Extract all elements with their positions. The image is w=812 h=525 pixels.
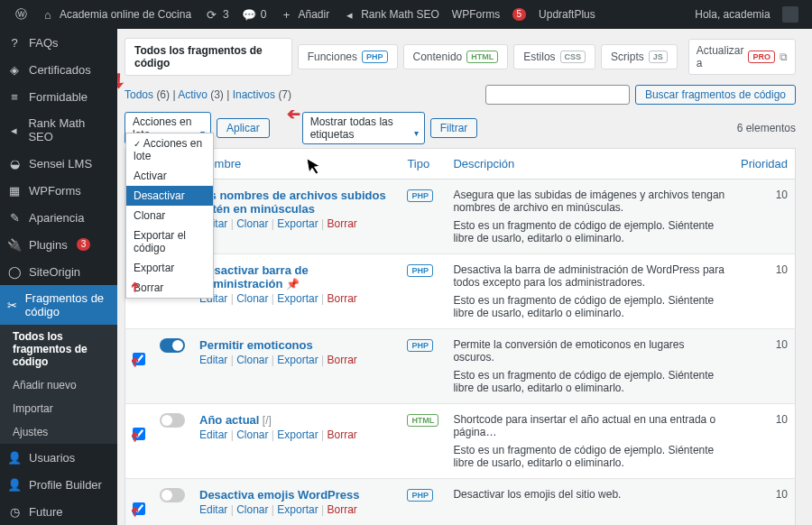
- sidebar-item-plugins[interactable]: 🔌Plugins3: [0, 231, 117, 258]
- bulk-action-select[interactable]: Acciones en lote Acciones en loteActivar…: [125, 112, 211, 144]
- comment-icon: 💬: [242, 7, 256, 22]
- enable-toggle[interactable]: [160, 338, 185, 353]
- main-content: ➘ ➔ ➔ Todos los fragmentos de código Fun…: [117, 29, 812, 525]
- export-link[interactable]: Exportar: [277, 217, 318, 230]
- bulk-option[interactable]: Exportar el código: [126, 226, 213, 258]
- sidebar-item-wpforms[interactable]: ▦WPForms: [0, 177, 117, 204]
- export-link[interactable]: Exportar: [277, 428, 318, 441]
- bulk-option[interactable]: Exportar: [126, 258, 213, 278]
- bulk-action-dropdown: Acciones en loteActivarDesactivarClonarE…: [125, 133, 214, 299]
- filter-all[interactable]: Todos: [125, 88, 153, 101]
- bulk-option[interactable]: Activar: [126, 166, 213, 186]
- menu-icon: 👤: [7, 450, 22, 465]
- col-type[interactable]: Tipo: [400, 149, 446, 180]
- sidebar-item-rank-math-seo[interactable]: ◂Rank Math SEO: [0, 110, 117, 150]
- clone-link[interactable]: Clonar: [236, 217, 268, 230]
- filter-inactive[interactable]: Inactivos: [233, 88, 275, 101]
- row-actions: Editar | Clonar | Exportar | Borrar: [199, 292, 392, 305]
- edit-link[interactable]: Editar: [199, 354, 227, 366]
- search-box: Buscar fragmentos de código: [485, 85, 796, 105]
- submenu-item[interactable]: Importar: [0, 397, 117, 420]
- table-row: ➔ Año actual [/] Editar | Clonar | Expor…: [125, 404, 796, 479]
- delete-link[interactable]: Borrar: [327, 503, 356, 516]
- priority-value: 10: [733, 254, 796, 329]
- snippet-title[interactable]: Desactiva emojis WordPress: [199, 488, 360, 502]
- filter-links: Todos (6) | Activo (3) | Inactivos (7): [125, 88, 291, 101]
- updates[interactable]: ⟳3: [198, 0, 235, 29]
- rankmath-bar[interactable]: ◂Rank Math SEO: [336, 0, 446, 29]
- tab-scripts[interactable]: ScriptsJS: [601, 44, 678, 69]
- export-link[interactable]: Exportar: [277, 503, 318, 516]
- col-priority[interactable]: Prioridad: [733, 149, 796, 180]
- sidebar-item-faqs[interactable]: ?FAQs: [0, 29, 117, 56]
- apply-button[interactable]: Aplicar: [217, 118, 270, 138]
- search-button[interactable]: Buscar fragmentos de código: [635, 85, 796, 105]
- filter-active[interactable]: Activo: [178, 88, 208, 101]
- snippet-desc: Shortcode para insertar el año actual en…: [453, 413, 724, 438]
- edit-link[interactable]: Editar: [199, 503, 227, 516]
- search-input[interactable]: [485, 85, 630, 105]
- bulk-option[interactable]: Acciones en lote: [126, 134, 213, 166]
- bulk-option[interactable]: Clonar: [126, 206, 213, 226]
- annotation-arrow-icon: ➔: [127, 431, 142, 442]
- filter-button[interactable]: Filtrar: [430, 118, 478, 138]
- items-count: 6 elementos: [737, 122, 796, 134]
- delete-link[interactable]: Borrar: [327, 354, 356, 366]
- edit-link[interactable]: Editar: [199, 428, 227, 441]
- table-row: ➔ Desactivar barra de administración 📌 E…: [125, 254, 796, 329]
- my-account[interactable]: Hola, academia: [688, 0, 805, 29]
- sidebar-item-fragmentos-de-c-digo[interactable]: ✂Fragmentos de código: [0, 285, 117, 325]
- sidebar-item-usuarios[interactable]: 👤Usuarios: [0, 444, 117, 471]
- updraft-bar[interactable]: UpdraftPlus: [532, 0, 602, 29]
- sidebar-item-profile-builder[interactable]: 👤Profile Builder: [0, 471, 117, 498]
- clone-link[interactable]: Clonar: [236, 503, 268, 516]
- sidebar-item-certificados[interactable]: ◈Certificados: [0, 56, 117, 83]
- col-name[interactable]: Nombre: [192, 149, 400, 180]
- clone-link[interactable]: Clonar: [236, 428, 268, 441]
- sidebar-item-formidable[interactable]: ≡Formidable: [0, 83, 117, 110]
- row-actions: Editar | Clonar | Exportar | Borrar: [199, 428, 392, 441]
- tab-styles[interactable]: EstilosCSS: [513, 44, 595, 69]
- export-link[interactable]: Exportar: [277, 292, 318, 305]
- submenu-item[interactable]: Todos los fragmentos de código: [0, 325, 117, 373]
- clone-link[interactable]: Clonar: [236, 354, 268, 366]
- export-link[interactable]: Exportar: [277, 354, 318, 366]
- tab-content[interactable]: ContenidoHTML: [403, 44, 509, 69]
- site-home[interactable]: ⌂Academia online de Cocina: [34, 0, 198, 29]
- snippet-title[interactable]: Permitir emoticonos: [199, 338, 313, 352]
- delete-link[interactable]: Borrar: [327, 292, 356, 305]
- pin-icon: 📌: [286, 278, 300, 290]
- menu-icon: ◷: [7, 504, 22, 519]
- delete-link[interactable]: Borrar: [327, 428, 356, 441]
- tag-filter-select[interactable]: Mostrar todas las etiquetas: [302, 112, 425, 144]
- sidebar-item-sensei-lms[interactable]: ◒Sensei LMS: [0, 150, 117, 177]
- enable-toggle[interactable]: [160, 488, 185, 502]
- snippet-title[interactable]: Año actual: [199, 413, 259, 427]
- bulk-option[interactable]: Desactivar: [126, 186, 213, 206]
- sidebar-item-future[interactable]: ◷Future: [0, 498, 117, 525]
- enable-toggle[interactable]: [160, 413, 185, 428]
- col-desc[interactable]: Descripción: [446, 149, 732, 180]
- menu-icon: ▦: [7, 183, 22, 198]
- delete-link[interactable]: Borrar: [327, 217, 356, 230]
- clone-link[interactable]: Clonar: [236, 292, 268, 305]
- wp-logo[interactable]: ⓦ: [7, 0, 34, 29]
- tab-all[interactable]: Todos los fragmentos de código: [125, 38, 292, 76]
- menu-icon: ✎: [7, 210, 22, 225]
- new-content[interactable]: +Añadir: [272, 0, 336, 29]
- upgrade-pro-button[interactable]: Actualizar aPRO⧉: [688, 39, 796, 75]
- snippet-title[interactable]: los nombres de archivos subidos estén en…: [199, 189, 386, 216]
- tab-functions[interactable]: FuncionesPHP: [298, 44, 398, 69]
- wpforms-bar[interactable]: WPForms 5: [446, 0, 532, 29]
- submenu-item[interactable]: Ajustes: [0, 420, 117, 444]
- comments[interactable]: 💬0: [235, 0, 273, 29]
- home-icon: ⌂: [41, 7, 55, 22]
- menu-icon: ◂: [7, 123, 21, 137]
- row-actions: Editar | Clonar | Exportar | Borrar: [199, 217, 392, 230]
- snippets-table: Nombre Tipo Descripción Prioridad los no…: [125, 148, 796, 525]
- comments-count: 0: [261, 8, 267, 21]
- sidebar-item-apariencia[interactable]: ✎Apariencia: [0, 204, 117, 231]
- submenu-item[interactable]: Añadir nuevo: [0, 373, 117, 397]
- row-actions: Editar | Clonar | Exportar | Borrar: [199, 354, 392, 366]
- sidebar-item-siteorigin[interactable]: ◯SiteOrigin: [0, 258, 117, 285]
